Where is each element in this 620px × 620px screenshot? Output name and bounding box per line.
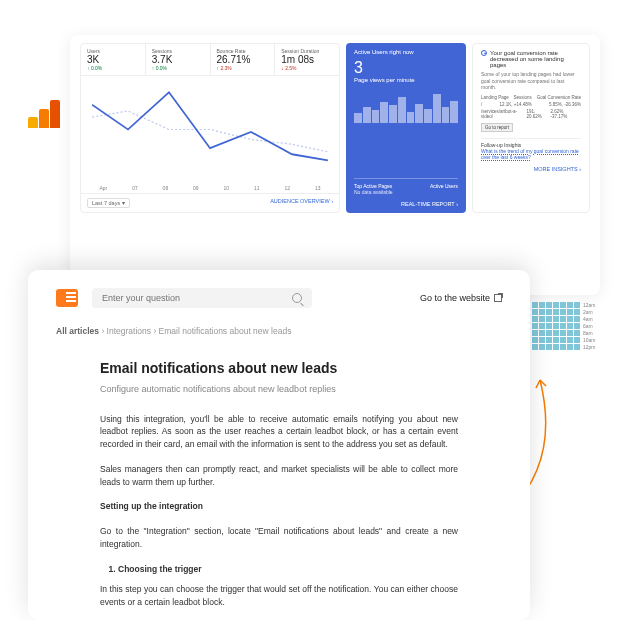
insight-headline: Your goal conversion rate decreased on s… — [490, 50, 581, 68]
hourly-heatmap: 12am 2am 4am 6am 8am 10am 12pm — [532, 302, 596, 351]
article-paragraph: Using this integration, you'll be able t… — [100, 413, 458, 451]
breadcrumb: All articles › Integrations › Email noti… — [56, 326, 502, 336]
analytics-logo-icon — [28, 100, 60, 128]
insight-table: Landing PageSessionsGoal Conversion Rate… — [481, 94, 581, 120]
help-article-panel: Go to the website All articles › Integra… — [28, 270, 530, 620]
active-users-count: 3 — [354, 59, 458, 77]
period-selector[interactable]: Last 7 days ▾ — [87, 198, 130, 208]
article-heading: Setting up the integration — [100, 501, 203, 511]
x-axis: Apr 07080910111213 — [81, 183, 339, 193]
stat-users[interactable]: Users3K↑ 0.0% — [81, 44, 146, 75]
search-icon — [292, 293, 302, 303]
audience-overview-link[interactable]: AUDIENCE OVERVIEW › — [270, 198, 333, 208]
crumb-all-articles[interactable]: All articles — [56, 326, 99, 336]
more-insights-link[interactable]: MORE INSIGHTS › — [481, 166, 581, 172]
article-paragraph: Go to the "Integration" section, locate … — [100, 525, 458, 551]
external-link-icon — [494, 294, 502, 302]
stat-duration[interactable]: Session Duration1m 08s↓ 2.5% — [275, 44, 339, 75]
crumb-current: Email notifications about new leads — [159, 326, 292, 336]
insight-icon — [481, 50, 487, 56]
realtime-panel: Active Users right now 3 Page views per … — [346, 43, 466, 213]
crumb-integrations[interactable]: Integrations — [107, 326, 151, 336]
stat-bounce[interactable]: Bounce Rate26.71%↑ 2.3% — [211, 44, 276, 75]
realtime-title: Active Users right now — [354, 49, 458, 55]
insight-desc: Some of your top landing pages had lower… — [481, 71, 581, 91]
article-title: Email notifications about new leads — [100, 358, 458, 379]
pageviews-label: Page views per minute — [354, 77, 458, 83]
stat-sessions[interactable]: Sessions3.7K↑ 0.0% — [146, 44, 211, 75]
go-to-website-link[interactable]: Go to the website — [420, 293, 502, 303]
followup-link[interactable]: What is the trend of my goal conversion … — [481, 148, 579, 160]
trend-chart — [81, 76, 339, 183]
article-paragraph: Sales managers then can promptly react, … — [100, 463, 458, 489]
table-row: /services/artbot-a-video/191, 20.62%2.62… — [481, 108, 581, 120]
realtime-bars — [354, 91, 458, 123]
article-step: Choosing the trigger — [118, 563, 458, 576]
article-subtitle: Configure automatic notifications about … — [100, 383, 458, 397]
app-logo-icon — [56, 289, 78, 307]
article-paragraph: In this step you can choose the trigger … — [100, 583, 458, 609]
search-input[interactable] — [92, 288, 312, 308]
go-to-report-button[interactable]: Go to report — [481, 123, 513, 132]
no-data-label: No data available — [354, 189, 458, 195]
table-row: /12.1K, +14.48%5.85%, -26.36% — [481, 101, 581, 108]
insights-panel: Your goal conversion rate decreased on s… — [472, 43, 590, 213]
overview-panel: Users3K↑ 0.0% Sessions3.7K↑ 0.0% Bounce … — [80, 43, 340, 213]
realtime-report-link[interactable]: REAL-TIME REPORT › — [354, 201, 458, 207]
article-body: Email notifications about new leads Conf… — [56, 358, 502, 620]
analytics-dashboard: Users3K↑ 0.0% Sessions3.7K↑ 0.0% Bounce … — [70, 35, 600, 295]
